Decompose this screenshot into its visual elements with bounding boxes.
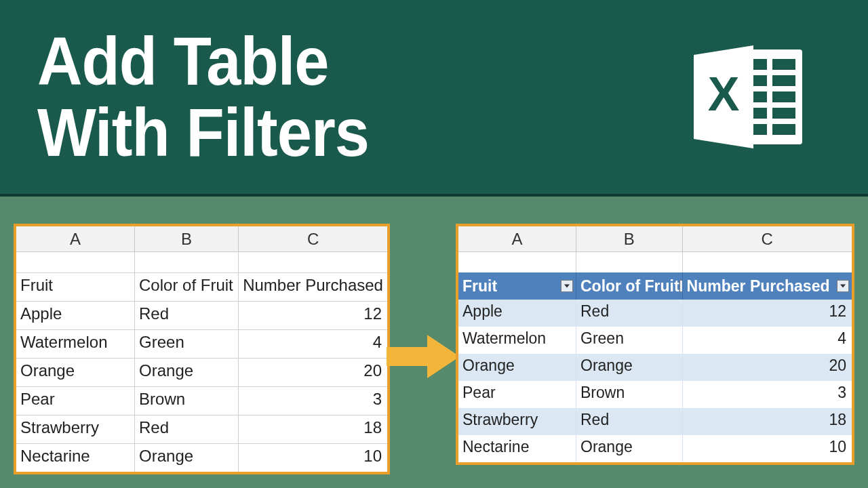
cell-fruit: Watermelon (16, 329, 135, 358)
cell-fruit: Apple (458, 300, 576, 327)
cell-number: 3 (239, 386, 387, 415)
table-row: OrangeOrange20 (16, 358, 387, 386)
after-sheet: A B C Fruit Color of Fruit Number Purcha… (456, 224, 854, 465)
table-header-color[interactable]: Color of Fruit (576, 272, 683, 300)
svg-marker-14 (564, 285, 570, 288)
title-line-2: With Filters (37, 97, 369, 168)
table-row: PearBrown3 (458, 381, 852, 408)
cell-color: Red (576, 408, 683, 435)
cell-number: 12 (683, 300, 852, 327)
table-row: NectarineOrange10 (16, 443, 387, 472)
col-label-a: A (16, 226, 135, 251)
svg-rect-4 (772, 75, 795, 86)
cell-color: Orange (135, 358, 239, 386)
cell-fruit: Strawberry (16, 415, 135, 443)
table-row: StrawberryRed18 (458, 408, 852, 435)
svg-rect-10 (772, 124, 795, 135)
cell-number: 10 (683, 435, 852, 462)
empty-row (458, 252, 852, 272)
svg-marker-16 (840, 285, 846, 288)
table-header-row: Fruit Color of Fruit Number Purchased (458, 272, 852, 300)
title-banner: Add Table With Filters X (0, 0, 868, 197)
cell-color: Red (135, 415, 239, 443)
svg-text:X: X (708, 68, 740, 121)
cell-number: 10 (239, 443, 387, 472)
cell-color: Orange (135, 443, 239, 472)
cell-number: 20 (683, 354, 852, 381)
title-line-1: Add Table (37, 26, 369, 97)
cell-color: Green (576, 327, 683, 354)
cell-number: 4 (239, 329, 387, 358)
cell-color: Orange (576, 354, 683, 381)
filter-dropdown-icon[interactable] (561, 280, 573, 292)
cell-color: Red (576, 300, 683, 327)
table-row: WatermelonGreen4 (16, 329, 387, 358)
cell-number: 18 (239, 415, 387, 443)
table-header-fruit[interactable]: Fruit (458, 272, 576, 300)
col-label-b: B (135, 226, 239, 251)
cell-fruit: Strawberry (458, 408, 576, 435)
table-row: WatermelonGreen4 (458, 327, 852, 354)
filter-dropdown-icon[interactable] (837, 280, 849, 292)
svg-marker-13 (387, 335, 460, 378)
svg-rect-8 (772, 108, 795, 119)
cell-fruit: Apple (16, 301, 135, 329)
col-label-a: A (458, 226, 576, 251)
col-label-c: C (683, 226, 852, 251)
header-fruit: Fruit (16, 272, 135, 301)
cell-color: Brown (135, 386, 239, 415)
cell-fruit: Nectarine (458, 435, 576, 462)
table-row: OrangeOrange20 (458, 354, 852, 381)
table-row: AppleRed12 (16, 301, 387, 329)
arrow-icon (387, 332, 461, 381)
cell-fruit: Orange (458, 354, 576, 381)
svg-rect-6 (772, 92, 795, 102)
svg-rect-2 (772, 59, 795, 70)
col-label-b: B (576, 226, 683, 251)
col-label-c: C (239, 226, 387, 251)
column-letter-row: A B C (458, 226, 852, 252)
excel-icon: X (688, 36, 810, 158)
table-row: AppleRed12 (458, 300, 852, 327)
cell-number: 18 (683, 408, 852, 435)
before-sheet: A B C Fruit Color of Fruit Number Purcha… (14, 224, 390, 474)
cell-color: Orange (576, 435, 683, 462)
cell-number: 20 (239, 358, 387, 386)
cell-fruit: Nectarine (16, 443, 135, 472)
column-letter-row: A B C (16, 226, 387, 252)
cell-fruit: Pear (16, 386, 135, 415)
table-row: PearBrown3 (16, 386, 387, 415)
header-color: Color of Fruit (135, 272, 239, 301)
table-row: StrawberryRed18 (16, 415, 387, 443)
cell-number: 12 (239, 301, 387, 329)
comparison-area: A B C Fruit Color of Fruit Number Purcha… (0, 197, 868, 488)
table-header-label: Color of Fruit (580, 277, 679, 296)
cell-color: Red (135, 301, 239, 329)
cell-number: 3 (683, 381, 852, 408)
main-title: Add Table With Filters (37, 26, 369, 168)
cell-fruit: Pear (458, 381, 576, 408)
empty-row (16, 252, 387, 272)
table-header-label: Fruit (462, 277, 497, 296)
table-row: NectarineOrange10 (458, 435, 852, 462)
header-number: Number Purchased (239, 272, 387, 301)
cell-fruit: Orange (16, 358, 135, 386)
cell-color: Brown (576, 381, 683, 408)
cell-fruit: Watermelon (458, 327, 576, 354)
plain-header-row: Fruit Color of Fruit Number Purchased (16, 272, 387, 301)
table-header-number[interactable]: Number Purchased (683, 272, 852, 300)
cell-number: 4 (683, 327, 852, 354)
table-header-label: Number Purchased (687, 277, 830, 296)
cell-color: Green (135, 329, 239, 358)
